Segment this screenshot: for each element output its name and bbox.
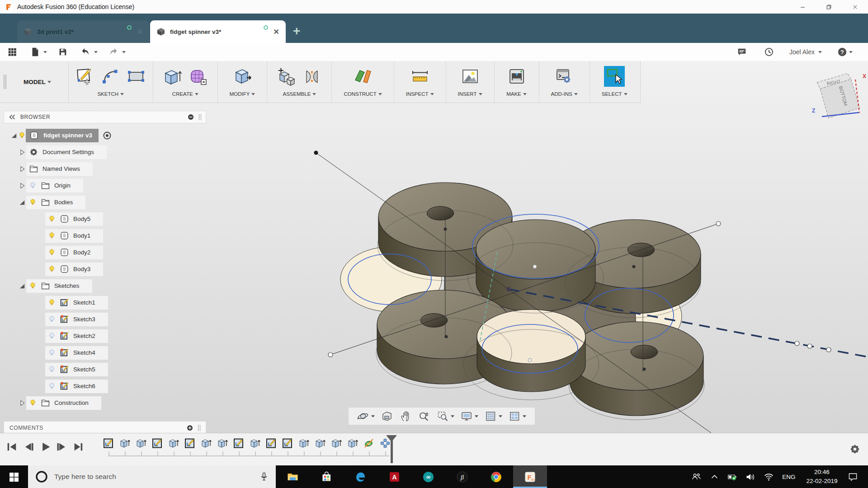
timeline-position-marker[interactable]: [391, 435, 393, 463]
bulb-off-icon[interactable]: [48, 348, 56, 357]
orbit-tool[interactable]: [357, 410, 375, 422]
taskbar-app-ms-store[interactable]: [310, 465, 344, 488]
bulb-on-icon[interactable]: [29, 281, 37, 291]
ribbon-menu-make[interactable]: MAKE: [506, 91, 527, 97]
browser-row-named-views[interactable]: Named Views: [4, 160, 206, 177]
browser-row-sketch6[interactable]: Sketch6: [4, 378, 206, 394]
timeline-play-button[interactable]: [39, 441, 52, 453]
chevron-down-icon[interactable]: [43, 51, 47, 55]
print-3d-tool-button[interactable]: [506, 66, 527, 87]
chevron-down-icon[interactable]: [371, 415, 375, 419]
timeline-feature-sketch-0[interactable]: [103, 438, 114, 449]
timeline-feature-extrude-12[interactable]: [298, 438, 309, 449]
zoom-tool[interactable]: [418, 410, 430, 422]
browser-header[interactable]: BROWSER: [4, 111, 206, 123]
taskbar-search-box[interactable]: [28, 465, 276, 488]
comment-icon[interactable]: [735, 46, 749, 58]
timeline-step-forward-button[interactable]: [56, 441, 68, 453]
timeline-feature-sketch-3[interactable]: [152, 438, 163, 449]
cortana-icon[interactable]: [34, 469, 49, 484]
exp-closed-icon[interactable]: [18, 399, 26, 407]
minimize-button[interactable]: [789, 0, 816, 14]
timeline-feature-extrude-1[interactable]: [119, 438, 130, 449]
panel-grip[interactable]: [198, 425, 200, 431]
tab-close-icon[interactable]: ✕: [137, 28, 143, 36]
undo-button[interactable]: [79, 46, 92, 58]
browser-row-construction[interactable]: Construction: [4, 394, 206, 411]
view-cube[interactable]: RIGHT BOTTOM X Z: [806, 66, 868, 123]
tray-volume-icon[interactable]: [741, 472, 760, 482]
insert-image-tool-button[interactable]: [460, 66, 481, 87]
history-clock-icon[interactable]: [762, 46, 776, 58]
ribbon-menu-add-ins[interactable]: ADD-INS: [551, 91, 578, 97]
action-center-icon[interactable]: [844, 472, 862, 482]
timeline-feature-revolve-16[interactable]: [363, 438, 374, 449]
grid-display-tool[interactable]: [485, 410, 502, 422]
bulb-on-icon[interactable]: [48, 214, 56, 224]
bulb-on-icon[interactable]: [48, 231, 56, 240]
tray-clock[interactable]: 20:4622-02-2019: [800, 468, 844, 486]
bulb-on-icon[interactable]: [48, 264, 56, 274]
measure-tool-button[interactable]: [410, 66, 430, 87]
toolbar-grip[interactable]: [4, 75, 6, 89]
collapse-panel-icon[interactable]: [9, 113, 16, 121]
save-button[interactable]: [56, 46, 70, 58]
create-sketch-tool-button[interactable]: [75, 66, 96, 87]
file-button[interactable]: [28, 46, 42, 58]
timeline-settings-gear-icon[interactable]: [849, 443, 861, 455]
browser-row-sketch5[interactable]: Sketch5: [4, 361, 206, 378]
exp-open-icon[interactable]: [10, 131, 18, 140]
workspace-switcher[interactable]: MODEL: [8, 61, 68, 103]
spline-tool-button[interactable]: [100, 66, 121, 87]
remove-panel-icon[interactable]: [187, 113, 194, 121]
ribbon-menu-select[interactable]: SELECT: [602, 91, 627, 97]
exp-closed-icon[interactable]: [18, 148, 26, 156]
timeline-feature-sketch-5[interactable]: [184, 438, 195, 449]
taskbar-app-arduino[interactable]: ∞: [411, 465, 445, 488]
close-button[interactable]: [842, 0, 868, 14]
bulb-off-icon[interactable]: [48, 314, 56, 324]
form-tool-button[interactable]: [188, 66, 208, 87]
restore-button[interactable]: [816, 0, 842, 14]
exp-closed-icon[interactable]: [18, 182, 26, 190]
tray-wifi-icon[interactable]: [760, 472, 778, 482]
timeline-feature-sketch-10[interactable]: [266, 438, 277, 449]
chevron-down-icon[interactable]: [499, 415, 502, 419]
browser-row-body1[interactable]: Body1: [4, 227, 206, 244]
grid-menu-button[interactable]: [5, 46, 19, 58]
taskbar-app-edge[interactable]: [344, 465, 377, 488]
bulb-off-icon[interactable]: [29, 181, 37, 190]
extrude-tool-button[interactable]: [162, 66, 183, 87]
ribbon-menu-sketch[interactable]: SKETCH: [97, 91, 124, 97]
taskbar-app-processing[interactable]: β: [445, 465, 479, 488]
target-icon[interactable]: [102, 131, 112, 141]
timeline-step-back-button[interactable]: [22, 441, 35, 453]
timeline-feature-extrude-4[interactable]: [168, 438, 179, 449]
scripts-tool-button[interactable]: [554, 66, 575, 87]
browser-row-origin[interactable]: Origin: [4, 177, 206, 194]
bulb-on-icon[interactable]: [48, 298, 56, 307]
add-comment-icon[interactable]: [186, 424, 193, 432]
fit-tool[interactable]: [437, 410, 454, 422]
help-menu[interactable]: ?: [835, 46, 854, 58]
select-tool-button[interactable]: [604, 66, 625, 87]
ribbon-menu-construct[interactable]: CONSTRUCT: [344, 91, 382, 97]
timeline-feature-sketch-11[interactable]: [282, 438, 293, 449]
bulb-on-icon[interactable]: [18, 131, 26, 140]
browser-row-sketch3[interactable]: Sketch3: [4, 311, 206, 328]
bulb-off-icon[interactable]: [48, 331, 56, 341]
tray-language[interactable]: ENG: [778, 474, 800, 480]
timeline-go-end-button[interactable]: [72, 441, 85, 453]
new-document-tab-button[interactable]: +: [293, 26, 300, 37]
timeline-feature-extrude-9[interactable]: [250, 438, 260, 449]
tab-close-icon[interactable]: ✕: [274, 28, 279, 36]
timeline-feature-extrude-15[interactable]: [347, 438, 358, 449]
bulb-on-icon[interactable]: [29, 197, 37, 207]
browser-row-body3[interactable]: Body3: [4, 261, 206, 277]
exp-open-icon[interactable]: [18, 282, 26, 290]
browser-row-body2[interactable]: Body2: [4, 244, 206, 261]
browser-row-sketch4[interactable]: Sketch4: [4, 344, 206, 361]
search-input[interactable]: [54, 473, 259, 481]
ribbon-menu-assemble[interactable]: ASSEMBLE: [283, 91, 316, 97]
ribbon-menu-modify[interactable]: MODIFY: [230, 91, 255, 97]
